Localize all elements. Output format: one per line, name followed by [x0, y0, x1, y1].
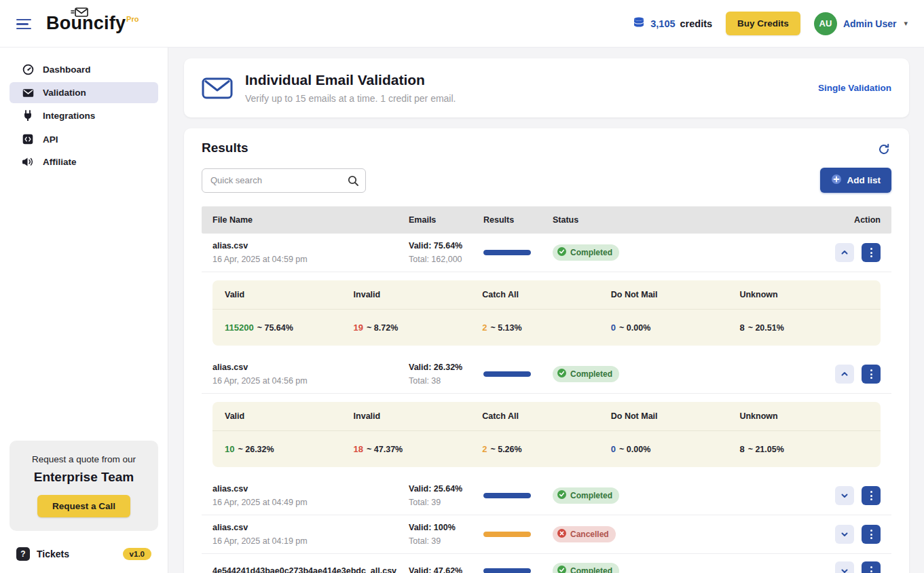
- row-menu-button[interactable]: [862, 525, 881, 544]
- credits-value: 3,105: [650, 18, 675, 29]
- credits-display: 3,105 credits: [632, 16, 712, 31]
- brand-pro-badge: Pro: [126, 15, 138, 23]
- progress-bar: [483, 532, 531, 537]
- menu-icon[interactable]: [16, 19, 31, 30]
- do-not-mail-count: 0~ 0.00%: [611, 322, 740, 333]
- unknown-count: 8~ 21.05%: [739, 444, 868, 454]
- expand-row-button[interactable]: [835, 561, 854, 573]
- check-circle-icon: [557, 490, 566, 501]
- col-emails: Emails: [409, 215, 483, 225]
- chevron-down-icon: ▾: [904, 19, 908, 28]
- search-box: [202, 168, 366, 193]
- expand-row-button[interactable]: [835, 525, 854, 544]
- detail-col-do-not-mail: Do Not Mail: [611, 290, 740, 299]
- invalid-count: 19~ 8.72%: [354, 322, 483, 333]
- results-card: Results Add list: [184, 128, 909, 573]
- x-circle-icon: [557, 529, 566, 540]
- valid-percent: Valid: 100%: [409, 523, 483, 532]
- detail-col-catch-all: Catch All: [482, 290, 611, 299]
- table-row: alias.csv 16 Apr, 2025 at 04:49 pm Valid…: [202, 477, 891, 515]
- sidebar-item-dashboard[interactable]: Dashboard: [10, 58, 158, 81]
- file-name: alias.csv: [212, 523, 409, 532]
- row-detail-panel: Valid Invalid Catch All Do Not Mail Unkn…: [212, 402, 881, 467]
- table-row: alias.csv 16 Apr, 2025 at 04:56 pm Valid…: [202, 355, 891, 394]
- col-results: Results: [483, 215, 553, 225]
- email-validation-icon: [202, 74, 233, 103]
- total-emails: Total: 39: [409, 498, 483, 507]
- quote-line2: Enterprise Team: [19, 470, 149, 485]
- brand-logo[interactable]: Bouncify Pro: [46, 14, 138, 33]
- table-header: File Name Emails Results Status Action: [202, 206, 891, 234]
- sidebar-item-label: Validation: [43, 88, 86, 98]
- page-subtitle: Verify up to 15 emails at a time. 1 cred…: [245, 93, 456, 104]
- validation-hero-card: Individual Email Validation Verify up to…: [184, 58, 909, 117]
- page-title: Individual Email Validation: [245, 72, 456, 88]
- help-icon: ?: [16, 547, 30, 561]
- plug-icon: [22, 110, 34, 122]
- single-validation-link[interactable]: Single Validation: [818, 83, 891, 93]
- detail-col-invalid: Invalid: [354, 290, 483, 299]
- check-circle-icon: [557, 369, 566, 380]
- detail-col-invalid: Invalid: [354, 411, 483, 421]
- collapse-row-button[interactable]: [835, 243, 854, 262]
- detail-col-do-not-mail: Do Not Mail: [611, 411, 740, 421]
- progress-bar: [483, 493, 531, 498]
- sidebar-item-api[interactable]: API: [10, 128, 158, 150]
- user-menu[interactable]: AU Admin User ▾: [814, 12, 908, 35]
- do-not-mail-count: 0~ 0.00%: [611, 444, 740, 454]
- col-file-name: File Name: [212, 215, 409, 225]
- progress-bar: [483, 250, 531, 255]
- valid-count: 115200~ 75.64%: [225, 322, 354, 333]
- expand-row-button[interactable]: [835, 486, 854, 505]
- search-input[interactable]: [202, 168, 366, 193]
- row-menu-button[interactable]: [862, 243, 881, 262]
- sidebar-item-validation[interactable]: Validation: [10, 82, 158, 103]
- table-row: alias.csv 16 Apr, 2025 at 04:59 pm Valid…: [202, 234, 891, 272]
- row-menu-button[interactable]: [862, 561, 881, 573]
- col-action: Action: [792, 215, 881, 225]
- file-name: 4e544241d43bae0c273b4ae414e3ebdc_all.csv: [212, 566, 409, 573]
- request-call-button[interactable]: Request a Call: [37, 495, 130, 517]
- plus-icon: [831, 174, 842, 187]
- megaphone-icon: [22, 157, 34, 167]
- tickets-link[interactable]: ? Tickets v1.0: [0, 543, 158, 565]
- sidebar-item-label: Integrations: [43, 111, 95, 121]
- progress-bar: [483, 371, 531, 377]
- valid-percent: Valid: 47.62%: [409, 566, 483, 573]
- file-name: alias.csv: [212, 484, 409, 494]
- detail-col-catch-all: Catch All: [482, 411, 611, 421]
- file-date: 16 Apr, 2025 at 04:19 pm: [212, 536, 409, 546]
- detail-col-valid: Valid: [225, 411, 354, 421]
- results-title: Results: [202, 141, 891, 155]
- total-emails: Total: 39: [409, 536, 483, 546]
- detail-col-unknown: Unknown: [739, 290, 868, 299]
- refresh-button[interactable]: [876, 142, 891, 159]
- collapse-row-button[interactable]: [835, 365, 854, 384]
- sidebar-item-integrations[interactable]: Integrations: [10, 105, 158, 127]
- logo-envelope-icon: [71, 7, 89, 20]
- total-emails: Total: 38: [409, 376, 483, 386]
- row-menu-button[interactable]: [862, 365, 881, 384]
- sidebar-item-label: API: [43, 134, 58, 145]
- add-list-button[interactable]: Add list: [820, 168, 892, 193]
- catch-all-count: 2~ 5.13%: [482, 322, 611, 333]
- row-menu-button[interactable]: [862, 486, 881, 505]
- quote-line1: Request a quote from our: [19, 454, 149, 464]
- check-circle-icon: [557, 247, 566, 258]
- col-status: Status: [553, 215, 792, 225]
- credits-label: credits: [680, 18, 713, 29]
- sidebar: Dashboard Validation Integrations API: [0, 48, 168, 573]
- valid-percent: Valid: 26.32%: [409, 363, 483, 372]
- total-emails: Total: 162,000: [409, 255, 483, 264]
- results-table: File Name Emails Results Status Action a…: [202, 206, 891, 573]
- sidebar-item-affiliate[interactable]: Affiliate: [10, 151, 158, 172]
- progress-bar: [483, 568, 531, 573]
- invalid-count: 18~ 47.37%: [354, 444, 483, 454]
- status-badge: Completed: [553, 487, 619, 504]
- sidebar-item-label: Dashboard: [43, 64, 91, 75]
- buy-credits-button[interactable]: Buy Credits: [726, 12, 800, 35]
- detail-col-valid: Valid: [225, 290, 354, 299]
- catch-all-count: 2~ 5.26%: [482, 444, 611, 454]
- results-toolbar: Add list: [202, 168, 891, 193]
- sidebar-nav: Dashboard Validation Integrations API: [0, 58, 168, 172]
